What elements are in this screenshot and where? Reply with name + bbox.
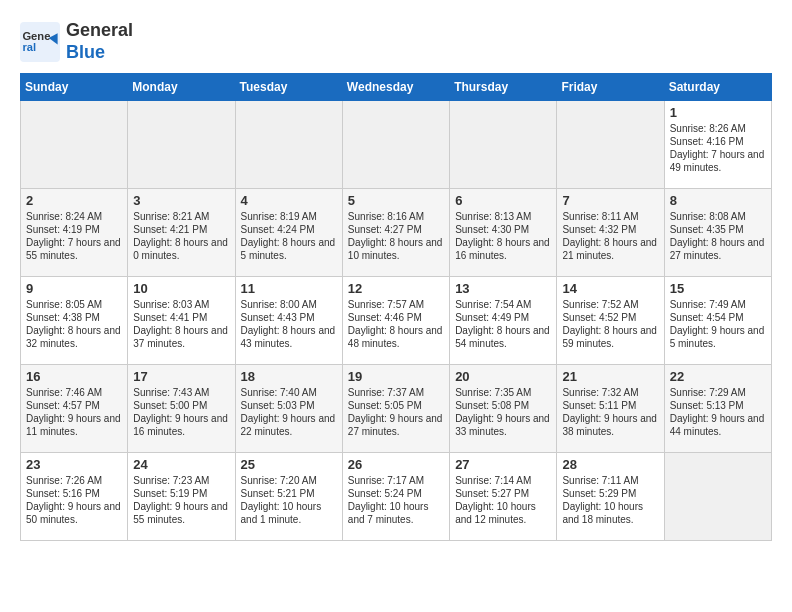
day-info: Sunrise: 8:21 AM (133, 210, 229, 223)
day-info: Sunrise: 8:24 AM (26, 210, 122, 223)
calendar-cell (557, 101, 664, 189)
day-info: Sunset: 4:19 PM (26, 223, 122, 236)
day-info: Daylight: 8 hours and 48 minutes. (348, 324, 444, 350)
day-info: Sunrise: 7:37 AM (348, 386, 444, 399)
calendar-cell: 17Sunrise: 7:43 AMSunset: 5:00 PMDayligh… (128, 365, 235, 453)
day-info: Daylight: 8 hours and 10 minutes. (348, 236, 444, 262)
day-number: 8 (670, 193, 766, 208)
calendar-cell: 8Sunrise: 8:08 AMSunset: 4:35 PMDaylight… (664, 189, 771, 277)
day-info: Sunrise: 8:13 AM (455, 210, 551, 223)
day-info: Daylight: 8 hours and 27 minutes. (670, 236, 766, 262)
calendar-cell: 20Sunrise: 7:35 AMSunset: 5:08 PMDayligh… (450, 365, 557, 453)
day-info: Daylight: 9 hours and 33 minutes. (455, 412, 551, 438)
day-info: Sunrise: 7:35 AM (455, 386, 551, 399)
calendar-cell (21, 101, 128, 189)
day-info: Sunset: 5:19 PM (133, 487, 229, 500)
calendar-cell: 23Sunrise: 7:26 AMSunset: 5:16 PMDayligh… (21, 453, 128, 541)
day-info: Sunrise: 7:29 AM (670, 386, 766, 399)
day-info: Sunrise: 7:32 AM (562, 386, 658, 399)
day-number: 26 (348, 457, 444, 472)
day-info: Daylight: 10 hours and 7 minutes. (348, 500, 444, 526)
day-of-week-header: Saturday (664, 74, 771, 101)
day-number: 22 (670, 369, 766, 384)
calendar-cell (450, 101, 557, 189)
day-number: 19 (348, 369, 444, 384)
day-info: Sunrise: 7:49 AM (670, 298, 766, 311)
day-info: Sunrise: 8:03 AM (133, 298, 229, 311)
day-number: 10 (133, 281, 229, 296)
day-info: Daylight: 8 hours and 54 minutes. (455, 324, 551, 350)
calendar-cell: 14Sunrise: 7:52 AMSunset: 4:52 PMDayligh… (557, 277, 664, 365)
day-number: 17 (133, 369, 229, 384)
svg-text:ral: ral (22, 40, 36, 52)
day-info: Sunset: 5:11 PM (562, 399, 658, 412)
page-header: Gene-ralGeneralBlue (20, 20, 772, 63)
day-number: 13 (455, 281, 551, 296)
day-info: Sunset: 5:08 PM (455, 399, 551, 412)
day-info: Sunset: 4:46 PM (348, 311, 444, 324)
day-info: Sunrise: 8:11 AM (562, 210, 658, 223)
day-info: Sunset: 4:32 PM (562, 223, 658, 236)
day-info: Sunset: 4:24 PM (241, 223, 337, 236)
day-info: Daylight: 9 hours and 16 minutes. (133, 412, 229, 438)
day-number: 23 (26, 457, 122, 472)
day-info: Sunset: 5:03 PM (241, 399, 337, 412)
calendar-cell: 19Sunrise: 7:37 AMSunset: 5:05 PMDayligh… (342, 365, 449, 453)
day-info: Daylight: 9 hours and 38 minutes. (562, 412, 658, 438)
day-info: Sunrise: 7:17 AM (348, 474, 444, 487)
logo-icon: Gene-ral (20, 22, 60, 62)
day-info: Sunset: 5:24 PM (348, 487, 444, 500)
day-info: Daylight: 8 hours and 21 minutes. (562, 236, 658, 262)
day-number: 9 (26, 281, 122, 296)
day-info: Daylight: 9 hours and 27 minutes. (348, 412, 444, 438)
calendar-cell (235, 101, 342, 189)
day-number: 11 (241, 281, 337, 296)
day-number: 25 (241, 457, 337, 472)
day-number: 5 (348, 193, 444, 208)
calendar-cell: 22Sunrise: 7:29 AMSunset: 5:13 PMDayligh… (664, 365, 771, 453)
day-of-week-header: Friday (557, 74, 664, 101)
day-info: Sunrise: 7:52 AM (562, 298, 658, 311)
day-info: Sunset: 4:54 PM (670, 311, 766, 324)
svg-text:Gene-: Gene- (22, 29, 54, 41)
day-info: Sunrise: 8:08 AM (670, 210, 766, 223)
calendar-cell: 12Sunrise: 7:57 AMSunset: 4:46 PMDayligh… (342, 277, 449, 365)
day-info: Daylight: 10 hours and 12 minutes. (455, 500, 551, 526)
calendar-cell: 9Sunrise: 8:05 AMSunset: 4:38 PMDaylight… (21, 277, 128, 365)
calendar-cell (664, 453, 771, 541)
day-info: Sunrise: 8:26 AM (670, 122, 766, 135)
day-number: 27 (455, 457, 551, 472)
day-info: Sunset: 4:41 PM (133, 311, 229, 324)
day-info: Sunset: 5:13 PM (670, 399, 766, 412)
calendar-cell (128, 101, 235, 189)
calendar-cell: 27Sunrise: 7:14 AMSunset: 5:27 PMDayligh… (450, 453, 557, 541)
day-info: Sunset: 4:49 PM (455, 311, 551, 324)
day-info: Sunset: 4:30 PM (455, 223, 551, 236)
day-info: Sunrise: 8:16 AM (348, 210, 444, 223)
logo: Gene-ralGeneralBlue (20, 20, 133, 63)
calendar-cell (342, 101, 449, 189)
day-of-week-header: Thursday (450, 74, 557, 101)
day-of-week-header: Tuesday (235, 74, 342, 101)
day-info: Sunset: 4:43 PM (241, 311, 337, 324)
day-info: Sunrise: 7:20 AM (241, 474, 337, 487)
day-info: Daylight: 7 hours and 49 minutes. (670, 148, 766, 174)
day-info: Sunset: 5:27 PM (455, 487, 551, 500)
calendar-cell: 21Sunrise: 7:32 AMSunset: 5:11 PMDayligh… (557, 365, 664, 453)
day-info: Daylight: 8 hours and 37 minutes. (133, 324, 229, 350)
day-info: Sunset: 4:21 PM (133, 223, 229, 236)
day-info: Sunrise: 8:05 AM (26, 298, 122, 311)
day-info: Daylight: 9 hours and 50 minutes. (26, 500, 122, 526)
day-info: Sunrise: 7:40 AM (241, 386, 337, 399)
calendar-cell: 25Sunrise: 7:20 AMSunset: 5:21 PMDayligh… (235, 453, 342, 541)
day-info: Sunrise: 7:26 AM (26, 474, 122, 487)
calendar-cell: 1Sunrise: 8:26 AMSunset: 4:16 PMDaylight… (664, 101, 771, 189)
calendar-cell: 28Sunrise: 7:11 AMSunset: 5:29 PMDayligh… (557, 453, 664, 541)
day-info: Daylight: 10 hours and 18 minutes. (562, 500, 658, 526)
day-number: 2 (26, 193, 122, 208)
day-info: Sunset: 4:57 PM (26, 399, 122, 412)
day-of-week-header: Monday (128, 74, 235, 101)
day-info: Sunrise: 8:00 AM (241, 298, 337, 311)
day-number: 7 (562, 193, 658, 208)
day-number: 28 (562, 457, 658, 472)
